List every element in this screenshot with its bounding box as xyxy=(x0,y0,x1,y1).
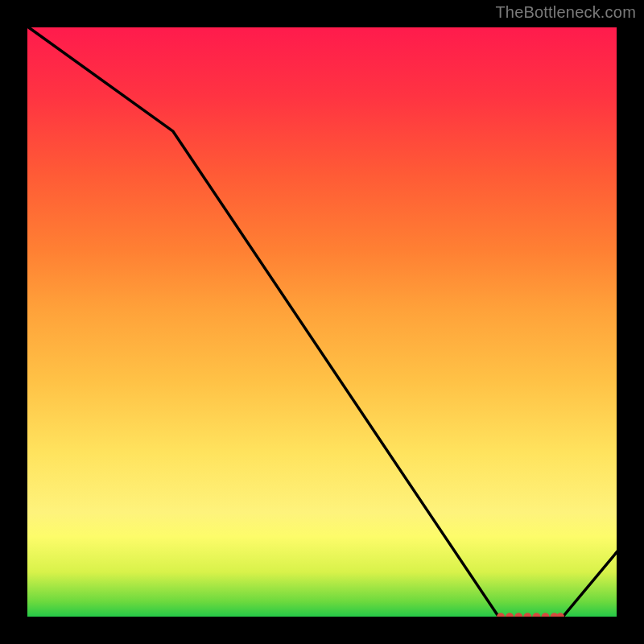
curve-marker xyxy=(514,613,522,620)
curve-marker xyxy=(532,613,540,620)
curve-marker xyxy=(542,613,550,620)
attribution-text: TheBottleneck.com xyxy=(495,3,636,22)
curve-marker xyxy=(506,613,514,620)
curve-marker xyxy=(523,613,531,620)
curve-marker xyxy=(556,613,564,620)
plot-area xyxy=(24,24,620,620)
chart-container: TheBottleneck.com xyxy=(0,0,644,644)
bottleneck-curve xyxy=(24,24,620,620)
